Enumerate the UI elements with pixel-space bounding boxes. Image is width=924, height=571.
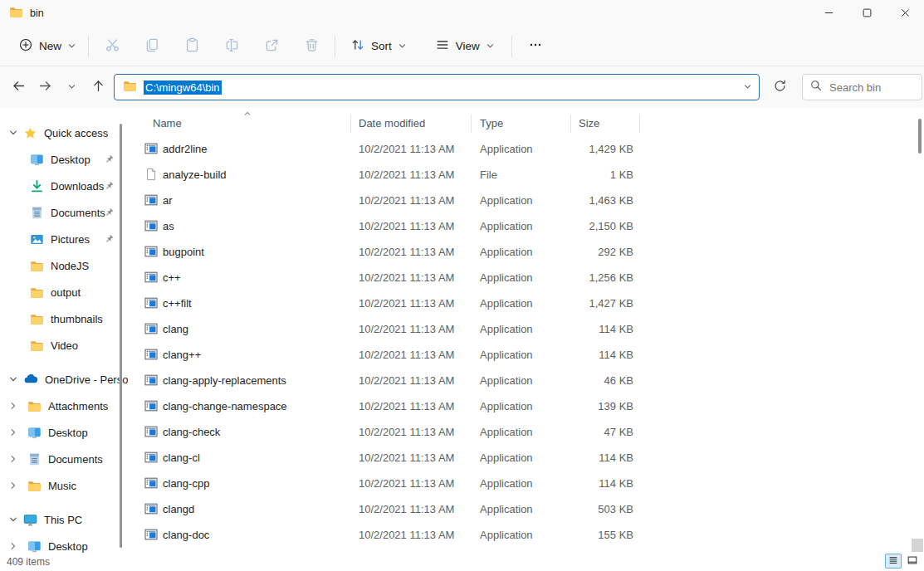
chevron-down-icon[interactable] bbox=[5, 128, 22, 138]
window-tab[interactable]: bin bbox=[0, 5, 44, 22]
file-date-modified: 10/2/2021 11:13 AM bbox=[359, 323, 454, 335]
cut-button[interactable] bbox=[92, 32, 132, 61]
close-button[interactable] bbox=[886, 0, 924, 27]
pin-icon bbox=[104, 180, 115, 191]
column-separator[interactable] bbox=[570, 115, 571, 133]
file-icon bbox=[144, 168, 158, 181]
sidebar-item-music[interactable]: Music bbox=[0, 472, 133, 499]
sidebar-item-thumbnails[interactable]: thumbnails bbox=[0, 305, 133, 332]
copy-button[interactable] bbox=[132, 32, 172, 61]
sidebar-item-desktop[interactable]: Desktop bbox=[0, 419, 133, 446]
file-row-clang-check[interactable]: clang-check 10/2/2021 11:13 AM Applicati… bbox=[133, 419, 924, 445]
sidebar-item-attachments[interactable]: Attachments bbox=[0, 393, 133, 419]
refresh-button[interactable] bbox=[766, 74, 793, 100]
column-header-date-modified[interactable]: Date modified bbox=[359, 117, 425, 129]
folder-icon bbox=[30, 312, 44, 326]
chevron-right-icon[interactable] bbox=[5, 427, 22, 437]
sidebar-item-onedrive-perso[interactable]: OneDrive - Perso bbox=[0, 366, 133, 393]
paste-button[interactable] bbox=[172, 32, 212, 61]
chevron-right-icon[interactable] bbox=[5, 454, 22, 464]
chevron-down-icon bbox=[67, 81, 76, 94]
chevron-down-icon[interactable] bbox=[5, 374, 22, 384]
sidebar-item-output[interactable]: output bbox=[0, 279, 133, 305]
window-controls bbox=[809, 0, 924, 27]
minimize-button[interactable] bbox=[809, 0, 848, 27]
sidebar: Quick access Desktop Downloads Documents… bbox=[0, 108, 133, 554]
sidebar-item-nodejs[interactable]: NodeJS bbox=[0, 252, 133, 279]
file-row-clang[interactable]: clang++ 10/2/2021 11:13 AM Application 1… bbox=[133, 342, 924, 368]
file-row-clang[interactable]: clang 10/2/2021 11:13 AM Application 114… bbox=[133, 316, 924, 342]
file-row-clang-change-namespace[interactable]: clang-change-namespace 10/2/2021 11:13 A… bbox=[133, 393, 924, 419]
address-bar[interactable]: C:\mingw64\bin bbox=[114, 74, 760, 100]
chevron-right-icon[interactable] bbox=[5, 401, 22, 411]
address-path-selected[interactable]: C:\mingw64\bin bbox=[144, 81, 222, 95]
desktop-icon bbox=[27, 539, 42, 554]
sidebar-item-pictures[interactable]: Pictures bbox=[0, 226, 133, 252]
column-header-size[interactable]: Size bbox=[579, 117, 599, 129]
file-row-clang-doc[interactable]: clang-doc 10/2/2021 11:13 AM Application… bbox=[133, 522, 924, 548]
search-input[interactable] bbox=[829, 81, 915, 94]
file-size: 292 KB bbox=[570, 246, 633, 258]
sidebar-item-documents[interactable]: Documents bbox=[0, 199, 133, 226]
view-toggles bbox=[885, 554, 921, 569]
rename-button[interactable] bbox=[212, 32, 252, 61]
sort-ascending-caret-icon bbox=[242, 109, 252, 121]
sidebar-item-this-pc[interactable]: This PC bbox=[0, 506, 133, 533]
application-icon bbox=[144, 476, 158, 490]
file-name: clang-cpp bbox=[163, 477, 209, 490]
back-button[interactable] bbox=[5, 74, 32, 100]
view-button[interactable]: View bbox=[427, 32, 503, 61]
sort-button-label: Sort bbox=[371, 40, 392, 52]
chevron-right-icon[interactable] bbox=[5, 541, 22, 551]
share-icon bbox=[264, 37, 280, 56]
recent-locations-button[interactable] bbox=[58, 74, 85, 100]
file-row-clang-apply-replacements[interactable]: clang-apply-replacements 10/2/2021 11:13… bbox=[133, 368, 924, 393]
file-row-bugpoint[interactable]: bugpoint 10/2/2021 11:13 AM Application … bbox=[133, 239, 924, 265]
column-separator[interactable] bbox=[350, 115, 351, 133]
sidebar-item-documents[interactable]: Documents bbox=[0, 446, 133, 472]
content-area: Quick access Desktop Downloads Documents… bbox=[0, 108, 924, 554]
application-icon bbox=[144, 451, 158, 464]
file-date-modified: 10/2/2021 11:13 AM bbox=[359, 297, 454, 310]
column-headers: Name Date modified Type Size bbox=[133, 108, 924, 136]
file-name: c++ bbox=[163, 271, 181, 284]
column-header-name[interactable]: Name bbox=[153, 117, 182, 129]
file-row-clang-cpp[interactable]: clang-cpp 10/2/2021 11:13 AM Application… bbox=[133, 471, 924, 496]
file-name: clang-cl bbox=[163, 451, 200, 464]
new-button[interactable]: New bbox=[10, 32, 85, 61]
file-row-addr2line[interactable]: addr2line 10/2/2021 11:13 AM Application… bbox=[133, 136, 924, 162]
share-button[interactable] bbox=[252, 32, 291, 61]
chevron-down-icon[interactable] bbox=[5, 515, 22, 525]
column-header-type[interactable]: Type bbox=[480, 117, 503, 129]
sidebar-item-video[interactable]: Video bbox=[0, 332, 133, 359]
toolbar-separator bbox=[88, 36, 89, 57]
file-date-modified: 10/2/2021 11:13 AM bbox=[359, 503, 454, 515]
file-type: Application bbox=[480, 374, 533, 387]
search-box[interactable] bbox=[802, 74, 922, 100]
maximize-button[interactable] bbox=[848, 0, 886, 27]
file-row-as[interactable]: as 10/2/2021 11:13 AM Application 2,150 … bbox=[133, 213, 924, 239]
chevron-down-icon[interactable] bbox=[743, 80, 752, 95]
sidebar-item-desktop[interactable]: Desktop bbox=[0, 146, 133, 173]
details-view-toggle[interactable] bbox=[885, 554, 902, 569]
file-row-analyze-build[interactable]: analyze-build 10/2/2021 11:13 AM File 1 … bbox=[133, 162, 924, 188]
more-options-button[interactable] bbox=[516, 32, 555, 61]
column-separator[interactable] bbox=[471, 115, 472, 133]
file-row-c-filt[interactable]: c++filt 10/2/2021 11:13 AM Application 1… bbox=[133, 290, 924, 316]
sort-button[interactable]: Sort bbox=[342, 32, 415, 61]
chevron-right-icon[interactable] bbox=[5, 481, 22, 490]
file-row-clang-cl[interactable]: clang-cl 10/2/2021 11:13 AM Application … bbox=[133, 445, 924, 471]
file-row-clangd[interactable]: clangd 10/2/2021 11:13 AM Application 50… bbox=[133, 496, 924, 522]
vertical-scrollbar[interactable] bbox=[918, 119, 922, 154]
file-date-modified: 10/2/2021 11:13 AM bbox=[359, 194, 454, 207]
up-button[interactable] bbox=[85, 74, 111, 100]
large-icons-view-toggle[interactable] bbox=[904, 554, 921, 569]
sidebar-item-quick-access[interactable]: Quick access bbox=[0, 120, 133, 146]
sidebar-item-downloads[interactable]: Downloads bbox=[0, 173, 133, 199]
file-row-c[interactable]: c++ 10/2/2021 11:13 AM Application 1,256… bbox=[133, 265, 924, 290]
forward-button[interactable] bbox=[32, 74, 58, 100]
delete-button[interactable] bbox=[291, 32, 331, 61]
file-row-ar[interactable]: ar 10/2/2021 11:13 AM Application 1,463 … bbox=[133, 188, 924, 213]
column-separator[interactable] bbox=[639, 115, 640, 133]
sidebar-scrollbar[interactable] bbox=[120, 124, 122, 548]
